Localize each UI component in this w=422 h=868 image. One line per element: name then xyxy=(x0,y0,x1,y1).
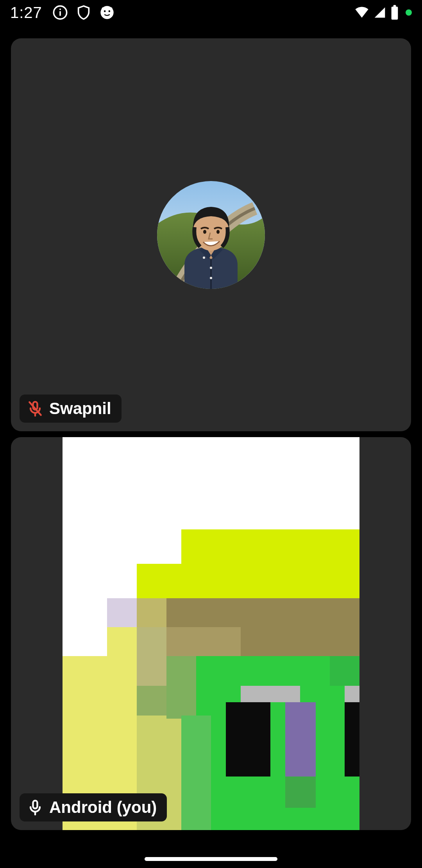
svg-point-16 xyxy=(216,230,220,234)
face-icon xyxy=(99,5,115,20)
svg-point-2 xyxy=(59,9,61,10)
participant-tile-remote[interactable]: Swapnil xyxy=(11,38,411,431)
participant-name-label: Swapnil xyxy=(49,399,111,418)
shield-icon xyxy=(76,5,91,20)
home-indicator[interactable] xyxy=(145,857,277,861)
svg-point-4 xyxy=(104,10,106,12)
cell-signal-icon xyxy=(374,5,386,20)
svg-point-15 xyxy=(203,230,206,234)
mic-on-icon xyxy=(27,799,44,816)
participant-name-badge: Swapnil xyxy=(20,395,122,423)
svg-point-7 xyxy=(109,7,112,11)
mic-muted-icon xyxy=(27,400,44,417)
self-name-badge: Android (you) xyxy=(20,793,167,821)
svg-point-6 xyxy=(102,7,104,11)
active-indicator-dot xyxy=(406,9,412,16)
status-bar-right xyxy=(354,5,412,20)
status-clock: 1:27 xyxy=(10,4,42,22)
participant-tile-self[interactable]: Android (you) xyxy=(11,437,411,830)
svg-rect-8 xyxy=(392,7,398,20)
status-bar-left: 1:27 xyxy=(10,4,115,22)
self-name-label: Android (you) xyxy=(49,798,157,817)
info-icon xyxy=(52,5,68,20)
wifi-icon xyxy=(354,5,370,20)
participant-avatar xyxy=(157,181,265,289)
battery-icon xyxy=(390,5,399,20)
svg-point-12 xyxy=(210,267,212,269)
svg-rect-9 xyxy=(393,5,396,7)
svg-rect-20 xyxy=(33,801,38,809)
svg-point-11 xyxy=(203,256,205,259)
svg-point-13 xyxy=(210,277,212,279)
status-bar: 1:27 xyxy=(0,0,422,25)
self-video-feed xyxy=(63,437,359,830)
svg-point-5 xyxy=(108,10,110,12)
